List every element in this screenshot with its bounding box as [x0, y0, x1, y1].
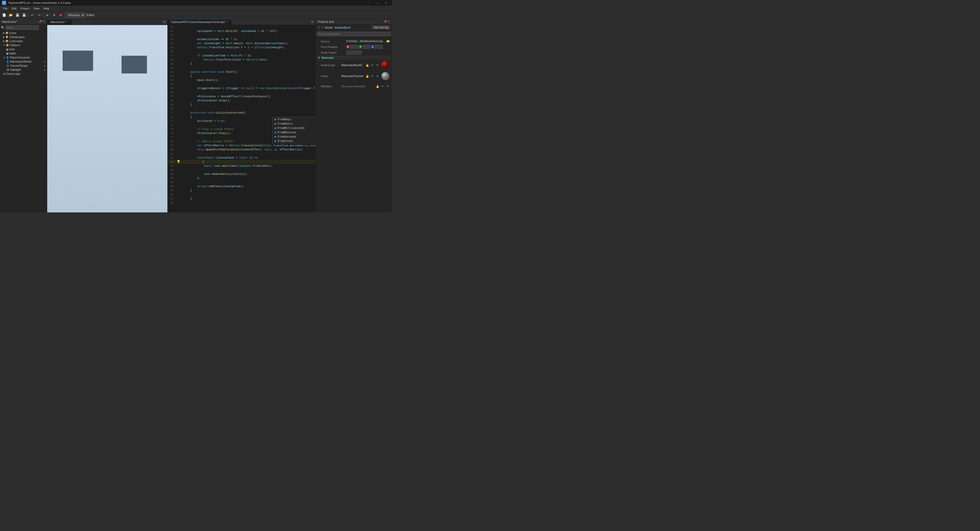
mat-edit-xenko[interactable]: ✏ — [370, 63, 375, 67]
tree-item-walls[interactable]: ▦ Walls — [0, 51, 47, 56]
tree-item-cameratarget[interactable]: 🎥 CameraTarget ▶ — [0, 64, 47, 68]
minimize-button[interactable]: ─ — [366, 0, 374, 6]
mat-fire-skeleton[interactable]: 🔥 — [375, 84, 380, 89]
props-close[interactable]: ✕ — [388, 20, 390, 23]
viewport-collapse-icon[interactable]: ⊟ — [163, 20, 165, 24]
prop-row-scale: Scale Import 1 — [317, 50, 391, 56]
pause-button[interactable]: ⏸ — [51, 12, 57, 18]
expand-icon-platform: ▼ — [3, 44, 5, 46]
ac-method-icon-fromdays: ● — [275, 118, 276, 121]
new-button[interactable]: 📄 — [1, 12, 7, 18]
code-line-82: 82 Func<Task> cleanupTask = async () => — [168, 156, 315, 160]
pivot-x-input[interactable]: 0 — [350, 45, 358, 49]
tree-item-gamelogic[interactable]: ⚙ GameLogic — [0, 72, 47, 76]
ac-item-fromticks[interactable]: ● FromTicks — [272, 139, 315, 143]
ac-item-fromhours[interactable]: ● FromHours — [272, 121, 315, 126]
scale-input[interactable]: 1 — [346, 51, 362, 55]
scene-panel-close[interactable]: ✕ — [43, 20, 45, 23]
mat-actions-xenko: 🔥 ✏ ✕ — [365, 63, 380, 67]
undo-button[interactable]: ↩ — [29, 12, 35, 18]
code-tab-bar: TopDownRPG.Game/Gameplay/CoinScript* ✕ ⊟ — [168, 19, 315, 25]
tree-item-highlight[interactable]: ✨ Highlight ▶ — [0, 68, 47, 72]
source-browse-icon[interactable]: 📂 — [387, 40, 390, 43]
mat-clear-skeleton[interactable]: ✕ — [385, 84, 390, 89]
menu-edit[interactable]: Edit — [10, 6, 19, 10]
gamelogic-icon: ⚙ — [3, 72, 5, 75]
property-search-input[interactable] — [317, 32, 391, 36]
tree-item-grid[interactable]: ▦ Grid — [0, 47, 47, 51]
model-label: Model — [325, 26, 332, 29]
tree-label-gamelogic: GameLogic — [6, 72, 21, 75]
mat-edit-fame[interactable]: ✏ — [370, 74, 375, 78]
ac-method-icon-fromseconds: ● — [275, 135, 276, 138]
tree-item-playercharacter[interactable]: ▼ 👤 PlayerCharacter — [0, 56, 47, 59]
source-label: Source — [321, 40, 346, 43]
open-button[interactable]: 📂 — [8, 12, 14, 18]
expand-icon-player: ▼ — [3, 56, 5, 59]
autocomplete-dropdown[interactable]: ● FromDays ● FromHours ● FromMillisecond… — [272, 117, 315, 144]
menu-file[interactable]: File — [1, 6, 10, 10]
tree-item-mannequin[interactable]: 👤 MannequinModel ▶ — [0, 59, 47, 64]
pivot-z-input[interactable]: 0 — [375, 45, 383, 49]
code-line-51: 51 spinSpeed = Math.Min(10f, spinSpeed +… — [168, 29, 315, 33]
scene-panel-title: MainScene* — [2, 20, 17, 23]
code-panel-collapse[interactable]: ⊟ — [311, 20, 313, 24]
code-line-86: 86 Game.RemoveEntity(Entity); — [168, 172, 315, 176]
scene-search-input[interactable] — [6, 25, 39, 30]
code-tab-coinscript[interactable]: TopDownRPG.Game/Gameplay/CoinScript* ✕ — [168, 19, 232, 25]
tree-item-platform[interactable]: ▼ 📦 Platform — [0, 43, 47, 47]
tree-item-coins[interactable]: ▶ 📦 Coins — [0, 31, 47, 35]
ac-label-fromhours: FromHours — [278, 122, 293, 125]
pivot-xyz-inputs: X 0 Y 0 Z 0 — [346, 45, 383, 49]
scene-panel-pin[interactable]: 📌 — [38, 20, 42, 23]
mat-actions-fame: 🔥 ✏ ✕ — [365, 74, 380, 78]
platform-selector[interactable]: Windows Android iOS — [66, 12, 85, 18]
mat-clear-xenko[interactable]: ✕ — [375, 63, 380, 67]
code-line-53: 53 animationTime += dt * 5; — [168, 37, 315, 41]
viewport-tab-main[interactable]: MainScene* ✕ — [47, 19, 72, 25]
code-line-87: 87 }; — [168, 176, 315, 180]
viewport-tab-label: MainScene* — [50, 21, 65, 24]
editor-mode-button[interactable]: Editor — [88, 12, 94, 18]
code-tab-close[interactable]: ✕ — [226, 21, 228, 23]
ac-item-frommilliseconds[interactable]: ● FromMilliseconds — [272, 126, 315, 130]
save-button[interactable]: 💾 — [14, 12, 21, 18]
tree-label-mannequin: MannequinModel — [10, 60, 32, 63]
code-line-70: 70 — [168, 107, 315, 111]
menu-view[interactable]: View — [32, 6, 41, 10]
tree-item-globallights[interactable]: ▶ 💡 GlobalLights — [0, 35, 47, 39]
ac-item-fromminutes[interactable]: ● FromMinutes — [272, 130, 315, 134]
scale-label: Scale Import — [321, 51, 346, 54]
tree-label-platform: Platform — [10, 44, 20, 47]
menu-project[interactable]: Project — [19, 6, 32, 10]
close-button[interactable]: ✕ — [382, 0, 390, 6]
ac-item-fromseconds[interactable]: ● FromSeconds — [272, 134, 315, 139]
model-type-icon: ⬡ — [318, 26, 320, 29]
save-all-button[interactable]: 💾 — [21, 12, 27, 18]
play-button[interactable]: ▶ — [45, 12, 51, 18]
pivot-label: Pivot Position — [321, 45, 346, 48]
props-pin[interactable]: 📌 — [383, 20, 387, 23]
expand-indicator-mannequin: ▶ — [44, 60, 46, 63]
grid-icon: ▦ — [6, 48, 8, 51]
pivot-y-input[interactable]: 0 — [363, 45, 371, 49]
viewport-tab-close[interactable]: ✕ — [66, 21, 68, 23]
ac-item-fromdays[interactable]: ● FromDays — [272, 117, 315, 121]
redo-button[interactable]: ↪ — [36, 12, 42, 18]
toolbar: 📄 📂 💾 💾 ↩ ↪ ▶ ⏸ ⏹ Windows Android iOS Ed… — [0, 11, 392, 19]
scene-tree: ▶ 📦 Coins ▶ 💡 GlobalLights ▶ 📦 LootCrate… — [0, 31, 47, 212]
menu-help[interactable]: Help — [41, 6, 52, 10]
code-editor[interactable]: 50 51 spinSpeed = Math.Min(10f, spinSpee… — [168, 25, 315, 212]
maximize-button[interactable]: □ — [374, 0, 382, 6]
mat-clear-fame[interactable]: ✕ — [375, 74, 380, 78]
mat-fire-xenko[interactable]: 🔥 — [365, 63, 369, 67]
stop-button[interactable]: ⏹ — [58, 12, 64, 18]
add-tag-button[interactable]: Add new tag — [372, 26, 390, 29]
mat-edit-skeleton[interactable]: ✏ — [380, 84, 385, 89]
viewport-3d[interactable]: X Y Z — [47, 25, 167, 212]
materials-header[interactable]: ▼ Materials — [317, 56, 391, 60]
mat-fire-fame[interactable]: 🔥 — [365, 74, 369, 78]
window-title: TopDownRPG.sln - Xenko GameStudio 1.9.3-… — [8, 1, 363, 4]
tree-item-lootcrates[interactable]: ▶ 📦 LootCrates — [0, 39, 47, 43]
ac-label-frommilliseconds: FromMilliseconds — [278, 126, 305, 130]
